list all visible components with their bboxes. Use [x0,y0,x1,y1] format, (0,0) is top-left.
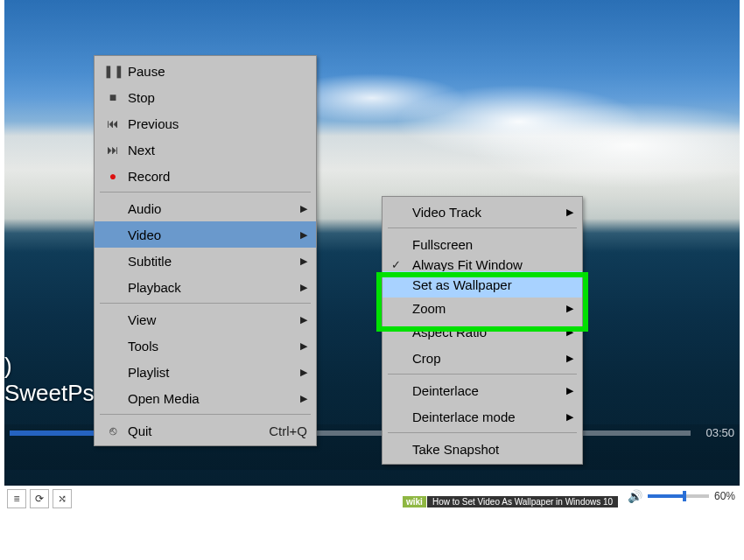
volume-control[interactable]: 🔊 60% [628,489,735,503]
menu-item-previous[interactable]: ⏮ Previous [95,110,316,136]
chevron-right-icon: ▶ [291,203,307,214]
menu-shortcut: Ctrl+Q [251,424,307,438]
stop-icon: ■ [103,90,123,104]
menu-label: Next [123,143,307,158]
chevron-right-icon: ▶ [291,282,307,293]
menu-label: View [103,312,291,327]
chevron-right-icon: ▶ [566,303,573,314]
menu-item-audio[interactable]: Audio ▶ [95,195,316,221]
menu-item-next[interactable]: ⏭ Next [95,136,316,163]
context-menu-video: Video Track ▶ Fullscreen ✓ Always Fit Wi… [382,196,583,465]
volume-knob[interactable] [683,491,686,501]
menu-label: Quit [123,424,251,438]
menu-label: Playback [103,280,291,295]
menu-label: Playlist [103,365,291,380]
menu-label: Record [123,169,307,184]
submenu-item-fullscreen[interactable]: Fullscreen [383,231,582,257]
menu-label: Audio [103,201,291,216]
menu-separator [100,303,311,304]
menu-label: Subtitle [103,254,291,269]
chevron-right-icon: ▶ [566,353,573,364]
context-menu-main: ❚❚ Pause ■ Stop ⏮ Previous ⏭ Next ● Reco… [94,55,317,446]
chevron-right-icon: ▶ [566,385,573,396]
volume-fill [648,494,684,498]
chevron-right-icon: ▶ [291,393,307,404]
menu-separator [388,374,577,374]
menu-item-playlist[interactable]: Playlist ▶ [95,359,316,385]
menu-label: Video Track [412,205,481,220]
menu-item-open-media[interactable]: Open Media ▶ [95,385,316,411]
submenu-item-take-snapshot[interactable]: Take Snapshot [383,436,582,462]
menu-separator [100,414,311,415]
shuffle-button[interactable]: ⤭ [53,489,72,508]
chevron-right-icon: ▶ [291,256,307,267]
menu-separator [388,432,577,433]
menu-label: Deinterlace [412,383,479,398]
submenu-item-deinterlace-mode[interactable]: Deinterlace mode ▶ [383,403,582,430]
submenu-item-always-fit[interactable]: ✓ Always Fit Window [383,257,582,271]
menu-item-view[interactable]: View ▶ [95,306,316,332]
chevron-right-icon: ▶ [566,206,573,218]
chevron-right-icon: ▶ [566,411,573,423]
check-icon: ✓ [391,258,401,271]
submenu-item-zoom[interactable]: Zoom ▶ [383,298,582,318]
menu-label: Tools [103,339,291,354]
next-icon: ⏭ [103,143,123,157]
previous-icon: ⏮ [103,116,123,130]
wikihow-watermark: wiki How to Set Video As Wallpaper in Wi… [403,494,618,509]
repeat-button[interactable]: ⟳ [30,489,49,508]
wikihow-caption: How to Set Video As Wallpaper in Windows… [427,496,618,508]
menu-label: Set as Wallpaper [412,277,512,292]
menu-label: Open Media [103,391,291,406]
menu-item-tools[interactable]: Tools ▶ [95,332,316,359]
menu-separator [388,228,577,228]
menu-item-playback[interactable]: Playback ▶ [95,274,316,300]
quit-icon: ⎋ [103,424,123,438]
menu-label: Video [103,228,291,242]
bottom-toolbar: ≡ ⟳ ⤭ 🔊 60% [4,486,740,512]
submenu-item-crop[interactable]: Crop ▶ [383,345,582,371]
submenu-item-aspect-ratio[interactable]: Aspect Ratio ▶ [383,318,582,345]
bottom-button-group: ≡ ⟳ ⤭ [7,489,72,508]
menu-label: Zoom [412,301,446,316]
menu-item-stop[interactable]: ■ Stop [95,84,316,110]
speaker-icon[interactable]: 🔊 [628,489,642,503]
volume-track[interactable] [648,494,709,498]
submenu-item-deinterlace[interactable]: Deinterlace ▶ [383,377,582,403]
menu-item-video[interactable]: Video ▶ [95,221,316,248]
menu-label: Pause [123,64,307,79]
menu-label: Deinterlace mode [412,410,516,424]
menu-label: Take Snapshot [412,442,499,457]
menu-label: Fullscreen [412,237,473,252]
menu-label: Crop [412,351,441,366]
menu-item-quit[interactable]: ⎋ Quit Ctrl+Q [95,417,316,444]
menu-label: Aspect Ratio [412,325,487,340]
menu-separator [100,192,311,192]
chevron-right-icon: ▶ [291,314,307,326]
menu-label: Stop [123,90,307,105]
pause-icon: ❚❚ [103,64,123,78]
menu-label: Previous [123,116,307,131]
record-icon: ● [103,169,123,183]
menu-item-subtitle[interactable]: Subtitle ▶ [95,248,316,274]
menu-item-record[interactable]: ● Record [95,163,316,189]
submenu-item-video-track[interactable]: Video Track ▶ [383,199,582,225]
chevron-right-icon: ▶ [291,229,307,241]
menu-label: Always Fit Window [412,257,523,271]
volume-label: 60% [714,490,735,502]
playlist-toggle-button[interactable]: ≡ [7,489,26,508]
chevron-right-icon: ▶ [291,340,307,352]
wikihow-logo: wiki [403,496,426,508]
menu-item-pause[interactable]: ❚❚ Pause [95,58,316,84]
chevron-right-icon: ▶ [566,326,573,338]
submenu-item-set-wallpaper[interactable]: Set as Wallpaper [383,271,582,298]
chevron-right-icon: ▶ [291,367,307,378]
